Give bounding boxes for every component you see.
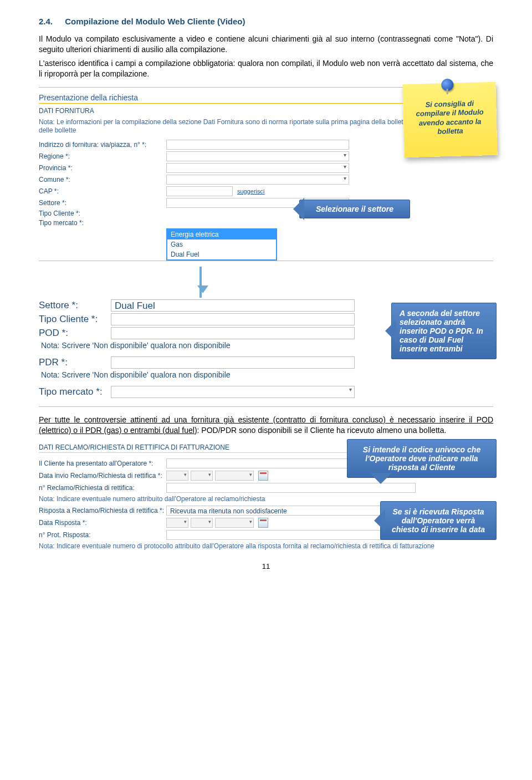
callout4-text: Se si è ricevuta Risposta dall'Operatore… (392, 507, 485, 534)
callout1-text: Selezionare il settore (316, 205, 393, 213)
date-risposta-month[interactable] (191, 518, 213, 528)
label3-presentato: Il Cliente ha presentato all'Operatore *… (39, 460, 166, 467)
label-settore: Settore *: (39, 199, 166, 207)
label-cap: CAP *: (39, 187, 166, 195)
select-comune[interactable] (166, 175, 349, 185)
date-risposta-group (166, 518, 268, 528)
value-settore-dualfuel[interactable]: Dual Fuel (111, 299, 355, 312)
select-provincia[interactable] (166, 163, 349, 173)
callout-pod-pdr: A seconda del settore selezionato andrà … (391, 303, 497, 359)
label3-data-risposta: Data Risposta *: (39, 519, 166, 527)
page-number: 11 (39, 562, 493, 570)
opt-dualfuel[interactable]: Dual Fuel (167, 249, 276, 259)
label3-data-invio: Data invio Reclamo/Richiesta di rettific… (39, 472, 166, 480)
sticky-text: Si consiglia di compilare il Modulo aven… (416, 99, 483, 135)
para3-tail: : POD/PDR sono disponibili se il Cliente… (197, 426, 447, 435)
label3-num-reclamo: n° Reclamo/Richiesta di rettifica: (39, 484, 166, 492)
select-regione[interactable] (166, 151, 349, 161)
heading-number: 2.4. (39, 17, 53, 26)
form-dati-reclamo: DATI RECLAMO/RICHIESTA DI RETTIFICA DI F… (39, 441, 493, 551)
label2-settore: Settore *: (39, 300, 111, 311)
label-provincia: Provincia *: (39, 164, 166, 172)
callout3-text: Si intende il codice univoco che l'Opera… (363, 445, 480, 472)
intro-paragraph-1: Il Modulo va compilato esclusivamente a … (39, 34, 493, 55)
input2-pdr[interactable] (111, 356, 355, 369)
arrow-down-icon (200, 267, 202, 298)
sticky-note: Si consiglia di compilare il Modulo aven… (402, 81, 497, 157)
date-invio-year[interactable] (215, 471, 254, 481)
callout-selezionare-settore: Selezionare il settore (299, 200, 410, 218)
opt-energia[interactable]: Energia elettrica (167, 230, 276, 239)
form-settore-expanded: Settore *:Dual Fuel Tipo Cliente *: POD … (39, 299, 493, 407)
input-indirizzo[interactable] (166, 140, 349, 150)
select2-tipo-mercato[interactable] (111, 386, 355, 398)
callout2-text: A seconda del settore selezionato andrà … (400, 309, 483, 353)
settore-dropdown-open[interactable]: Energia elettrica Gas Dual Fuel (166, 228, 277, 261)
calendar-icon[interactable] (258, 471, 268, 481)
date-invio-month[interactable] (191, 471, 213, 481)
label-regione: Regione *: (39, 152, 166, 160)
label2-tipo-cliente: Tipo Cliente *: (39, 314, 111, 325)
label-indirizzo: Indirizzo di fornitura: via/piazza, n° *… (39, 141, 166, 149)
underlined-paragraph: Per tutte le controversie attinenti ad u… (39, 415, 493, 436)
input2-tipo-cliente[interactable] (111, 313, 355, 325)
form-dati-fornitura: Si consiglia di compilare il Modulo aven… (39, 87, 493, 261)
section-heading: 2.4. Compilazione del Modulo Web Cliente… (39, 17, 493, 26)
date-risposta-year[interactable] (215, 518, 254, 528)
input2-pod[interactable] (111, 327, 355, 339)
nota3-2: Nota: Indicare eventuale numero di proto… (39, 542, 434, 551)
label3-num-prot: n° Prot. Risposta: (39, 531, 166, 539)
input3-num-prot[interactable] (166, 530, 416, 540)
callout-codice-univoco: Si intende il codice univoco che l'Opera… (347, 439, 497, 478)
calendar-icon-2[interactable] (258, 518, 268, 528)
nota3-1: Nota: Indicare eventuale numero attribui… (39, 495, 265, 504)
note-pdr: Nota: Scrivere 'Non disponibile' qualora… (41, 370, 231, 379)
label2-tipo-mercato: Tipo mercato *: (39, 386, 111, 397)
label2-pod: POD *: (39, 328, 111, 339)
label3-risposta: Risposta a Reclamo/Richiesta di rettific… (39, 507, 166, 514)
date-invio-group (166, 471, 268, 481)
heading-title: Compilazione del Modulo Web Cliente (Vid… (65, 17, 245, 26)
input-cap[interactable] (166, 186, 233, 196)
callout-data-risposta: Se si è ricevuta Risposta dall'Operatore… (380, 501, 497, 540)
intro-paragraph-2: L'asterisco identifica i campi a compila… (39, 58, 493, 79)
label-tipo-mercato: Tipo mercato *: (39, 219, 166, 227)
suggerisci-link[interactable]: suggerisci (237, 188, 265, 195)
pin-icon (441, 78, 454, 91)
date-invio-day[interactable] (166, 471, 188, 481)
label-tipo-cliente: Tipo Cliente *: (39, 210, 166, 217)
date-risposta-day[interactable] (166, 518, 188, 528)
opt-gas[interactable]: Gas (167, 239, 276, 249)
label2-pdr: PDR *: (39, 357, 111, 368)
label-comune: Comune *: (39, 176, 166, 183)
note-pod: Nota: Scrivere 'Non disponibile' qualora… (41, 341, 231, 350)
